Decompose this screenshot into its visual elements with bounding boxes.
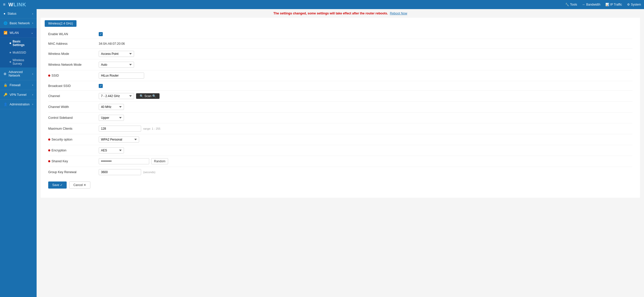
adv-icon: ⚙ — [4, 72, 7, 76]
channel-width-select[interactable]: 20 MHz 40 MHz — [99, 104, 124, 110]
wireless-mode-select[interactable]: Access Point Router Repeater Bridge — [99, 51, 134, 57]
check-mark-wlan: ✓ — [100, 32, 102, 36]
sidebar-basic-network-left: 🌐 Basic Network — [4, 21, 30, 25]
notification-bar: The settings changed, some settings will… — [37, 9, 644, 18]
maximum-clients-input[interactable] — [99, 126, 141, 132]
security-option-select[interactable]: None WEP WPA Personal WPA2 Personal WPA/… — [99, 136, 139, 143]
wireless-network-mode-select[interactable]: Auto B only G only N only — [99, 62, 134, 68]
fw-icon: 🔒 — [4, 83, 8, 87]
sidebar-item-administration[interactable]: 👤 Administration › — [0, 100, 37, 109]
security-required — [48, 139, 50, 141]
row-broadcast-ssid: Broadcast SSID ✓ — [48, 81, 632, 91]
fw-chevron: › — [32, 84, 33, 86]
row-maximum-clients: Maximum Clients range: 1 - 255 — [48, 123, 632, 134]
sidebar-wlan-submenu: Basic Settings MultiSSID Wireless Survey — [0, 38, 37, 67]
form-body: Enable WLAN ✓ MAC Address 34:0A:A8:07:20… — [41, 29, 640, 177]
admin-icon: 👤 — [4, 102, 8, 106]
cancel-button[interactable]: Cancel ✕ — [69, 181, 91, 189]
label-encryption: Encryption — [48, 149, 99, 152]
control-sideband-select[interactable]: Upper Lower — [99, 115, 124, 121]
hamburger-menu[interactable]: ≡ — [3, 2, 5, 7]
sidebar-wlan-left: 📶 WLAN — [4, 31, 19, 35]
adv-chevron: › — [32, 73, 33, 75]
random-button[interactable]: Random — [151, 158, 168, 164]
channel-select[interactable]: Auto 1 - 2.412 GHz 2 - 2.417 GHz 3 - 2.4… — [99, 93, 134, 99]
control-ssid — [99, 73, 632, 79]
sidebar-item-vpn[interactable]: 🔑 VPN Tunnel › — [0, 90, 37, 100]
sidebar-item-basic-settings[interactable]: Basic Settings — [0, 38, 37, 49]
label-channel: Channel — [48, 94, 99, 98]
form-container: Wireless(2.4 GHz) Enable WLAN ✓ — [41, 18, 640, 198]
row-enable-wlan: Enable WLAN ✓ — [48, 29, 632, 39]
label-security-option: Security option — [48, 138, 99, 141]
ip-traffic-nav[interactable]: 📊 IP Traffic — [605, 3, 622, 6]
sidebar-item-status[interactable]: ● Status › — [0, 9, 37, 18]
control-mac-address: 34:0A:A8:07:20:06 — [99, 42, 632, 45]
system-label: System — [631, 3, 641, 6]
status-icon: ● — [4, 12, 6, 15]
logo-link: LINK — [13, 2, 26, 7]
label-maximum-clients: Maximum Clients — [48, 127, 99, 130]
control-broadcast-ssid: ✓ — [99, 84, 632, 88]
encryption-select[interactable]: AES TKIP TKIP+AES — [99, 147, 124, 153]
save-button[interactable]: Save ✓ — [48, 181, 67, 189]
group-key-renewal-input[interactable] — [99, 169, 141, 175]
label-enable-wlan: Enable WLAN — [48, 32, 99, 36]
sidebar-item-wlan[interactable]: 📶 WLAN ⌄ — [0, 28, 37, 38]
bandwidth-nav[interactable]: ↔ Bandwidth — [582, 3, 600, 6]
actions-bar: Save ✓ Cancel ✕ — [41, 177, 640, 193]
scan-button[interactable]: 🔍 Scan 🔍 — [136, 93, 160, 99]
top-header: ≡ WLINK 🔧 Tools ↔ Bandwidth 📊 IP Traffic… — [0, 0, 644, 9]
enable-wlan-checkbox[interactable]: ✓ — [99, 32, 103, 36]
label-ssid: SSID — [48, 74, 99, 77]
status-chevron: › — [32, 12, 33, 15]
scan-label: Scan 🔍 — [144, 94, 156, 98]
tab-wireless-24[interactable]: Wireless(2.4 GHz) — [45, 20, 76, 27]
row-channel-width: Channel Width 20 MHz 40 MHz — [48, 102, 632, 112]
tools-nav[interactable]: 🔧 Tools — [565, 3, 577, 6]
broadcast-ssid-checkbox[interactable]: ✓ — [99, 84, 103, 88]
notification-text: The settings changed, some settings will… — [273, 12, 388, 15]
control-channel: Auto 1 - 2.412 GHz 2 - 2.417 GHz 3 - 2.4… — [99, 93, 632, 99]
sidebar-status-left: ● Status — [4, 12, 16, 15]
header-right: 🔧 Tools ↔ Bandwidth 📊 IP Traffic ⚙ Syste… — [565, 3, 641, 6]
control-wireless-mode: Access Point Router Repeater Bridge — [99, 51, 632, 57]
row-mac-address: MAC Address 34:0A:A8:07:20:06 — [48, 39, 632, 49]
row-shared-key: Shared Key Random — [48, 156, 632, 167]
label-mac-address: MAC Address — [48, 42, 99, 45]
sidebar-adv-left: ⚙ Advanced Network — [4, 70, 32, 77]
ssid-required — [48, 75, 50, 77]
sidebar-item-basic-network[interactable]: 🌐 Basic Network › — [0, 18, 37, 28]
traffic-label: IP Traffic — [610, 3, 622, 6]
row-control-sideband: Control Sideband Upper Lower — [48, 112, 632, 123]
sidebar-item-firewall[interactable]: 🔒 Firewall › — [0, 80, 37, 90]
main-layout: ● Status › 🌐 Basic Network › 📶 WLAN ⌄ Ba… — [0, 9, 644, 297]
row-encryption: Encryption AES TKIP TKIP+AES — [48, 145, 632, 156]
sidebar-admin-left: 👤 Administration — [4, 102, 30, 106]
check-mark-broadcast: ✓ — [100, 84, 102, 87]
vpn-icon: 🔑 — [4, 93, 8, 97]
system-nav[interactable]: ⚙ System — [627, 3, 641, 6]
shared-key-input[interactable] — [99, 158, 149, 164]
scan-icon: 🔍 — [140, 94, 143, 98]
multissid-dot — [10, 52, 11, 53]
basic-settings-dot — [10, 42, 11, 44]
control-encryption: AES TKIP TKIP+AES — [99, 147, 632, 153]
row-channel: Channel Auto 1 - 2.412 GHz 2 - 2.417 GHz… — [48, 91, 632, 102]
control-security-option: None WEP WPA Personal WPA2 Personal WPA/… — [99, 136, 632, 143]
encryption-required — [48, 149, 50, 151]
sidebar-status-label: Status — [8, 12, 16, 15]
sidebar-item-multissid[interactable]: MultiSSID — [0, 49, 37, 56]
network-icon: 🌐 — [4, 21, 8, 25]
control-enable-wlan: ✓ — [99, 32, 632, 36]
logo: WLINK — [8, 2, 26, 8]
sidebar-item-wireless-survey[interactable]: Wireless Survey — [0, 56, 37, 67]
ssid-input[interactable] — [99, 73, 144, 79]
sidebar-item-advanced-network[interactable]: ⚙ Advanced Network › — [0, 67, 37, 80]
control-wireless-network-mode: Auto B only G only N only — [99, 62, 632, 68]
wireless-survey-dot — [10, 61, 11, 63]
wifi-icon: 📶 — [4, 31, 8, 35]
reboot-link[interactable]: Reboot Now — [390, 12, 407, 15]
tools-label: Tools — [570, 3, 577, 6]
wireless-survey-label: Wireless Survey — [13, 58, 33, 65]
